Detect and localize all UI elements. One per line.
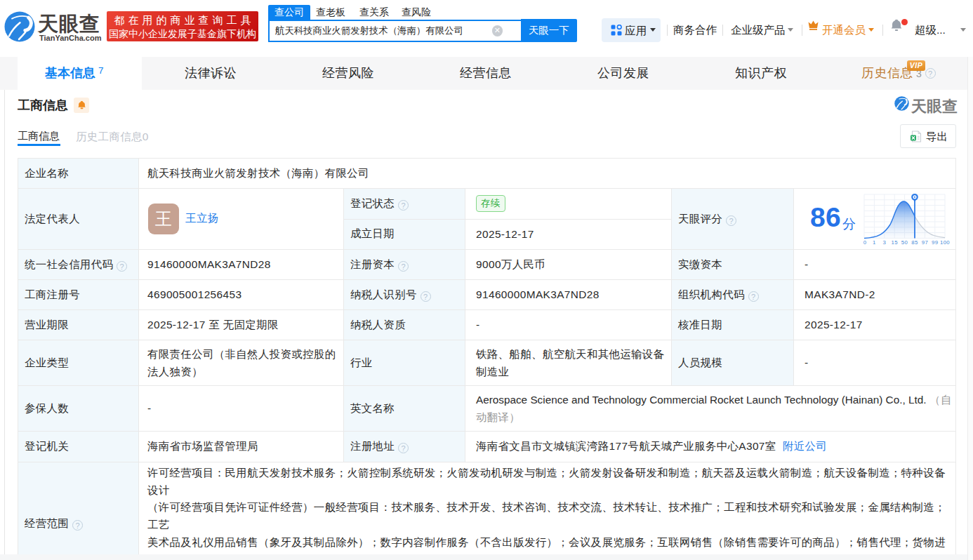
svg-text:100: 100 (940, 239, 950, 246)
svg-text:97: 97 (922, 239, 928, 246)
svg-text:0: 0 (863, 239, 867, 246)
svg-text:1: 1 (873, 239, 876, 246)
svg-text:85: 85 (911, 239, 918, 246)
svg-text:50: 50 (901, 239, 908, 246)
svg-text:99: 99 (932, 239, 938, 246)
svg-text:15: 15 (891, 239, 898, 246)
svg-text:3: 3 (882, 239, 886, 246)
